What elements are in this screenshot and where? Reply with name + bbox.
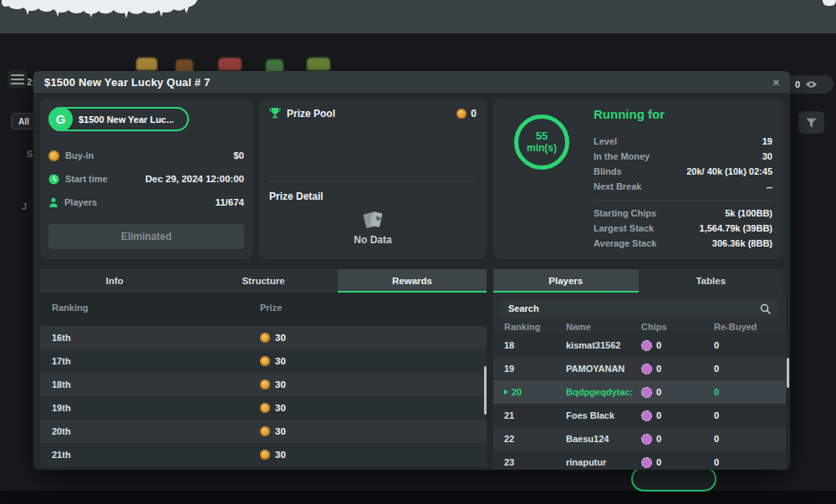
- tab-players[interactable]: Players: [493, 269, 639, 293]
- filter-all-label: All: [18, 117, 29, 126]
- timer-unit: min(s): [527, 143, 557, 155]
- eliminated-label: Eliminated: [121, 231, 172, 242]
- running-for-title: Running for: [594, 107, 665, 121]
- prize-value: 30: [275, 333, 286, 343]
- rebuyed-cell: 0: [714, 410, 786, 420]
- eliminated-button[interactable]: Eliminated: [48, 224, 244, 249]
- ranking-cell: 18th: [40, 379, 260, 389]
- background-tab-icon: [176, 59, 193, 72]
- table-row[interactable]: 16th 30: [40, 326, 487, 349]
- players-row: Players 11/674: [48, 191, 244, 214]
- search-box[interactable]: [502, 299, 777, 318]
- coin-icon: [260, 356, 270, 366]
- right-tab-group: Players Tables: [493, 269, 783, 293]
- level-value: 19: [762, 136, 772, 146]
- promo-banner[interactable]: [0, 0, 836, 33]
- table-row[interactable]: 19 PAMOYANAN 0 0: [493, 357, 786, 380]
- summary-cards: G $1500 New Year Luc... Buy-in $0: [40, 99, 783, 259]
- players-scrollbar[interactable]: [787, 358, 789, 388]
- ranking-cell: 20th: [40, 426, 260, 436]
- chip-icon: [641, 434, 652, 445]
- start-time-value: Dec 29, 2024 12:00:00: [145, 174, 244, 184]
- ranking-cell: 19: [493, 364, 566, 374]
- level-label: Level: [594, 136, 617, 146]
- eye-icon[interactable]: [805, 80, 818, 89]
- chip-icon: [641, 340, 652, 351]
- menu-button[interactable]: [8, 70, 28, 88]
- close-icon[interactable]: ×: [772, 77, 779, 88]
- table-row[interactable]: 21th 30: [40, 443, 487, 466]
- starting-chips-label: Starting Chips: [594, 208, 656, 218]
- table-row[interactable]: 18th 30: [40, 373, 487, 396]
- itm-label: In the Money: [594, 151, 650, 161]
- tab-structure[interactable]: Structure: [189, 269, 338, 293]
- tab-rewards[interactable]: Rewards: [338, 269, 487, 293]
- app-root: 12:55 PM 27 Bqdpgeqdytac2024 0 All S J: [0, 0, 836, 504]
- chips-cell: 0: [641, 457, 714, 468]
- blinds-value: 20k/ 40k (10k) 02:45: [686, 166, 772, 176]
- search-input[interactable]: [508, 303, 760, 313]
- next-break-label: Next Break: [594, 181, 641, 191]
- rewards-scrollbar[interactable]: [484, 366, 487, 415]
- prize-value: 30: [275, 450, 286, 460]
- itm-value: 30: [762, 151, 772, 161]
- chip-icon: [641, 387, 652, 398]
- table-row[interactable]: 21 Foes Black 0 0: [493, 404, 786, 427]
- table-row[interactable]: 22 Baesu124 0 0: [493, 427, 786, 451]
- prize-pool-title: Prize Pool: [287, 108, 335, 120]
- prize-value: 30: [275, 379, 286, 389]
- snow-decoration-icon: [2, 0, 199, 18]
- chips-cell: 0: [641, 410, 714, 421]
- running-status-card: 55 min(s) Running for Level 19 In the Mo…: [493, 99, 783, 259]
- club-logo-icon: G: [48, 107, 73, 131]
- ranking-cell: 16th: [40, 333, 260, 343]
- start-time-row: Start time Dec 29, 2024 12:00:00: [48, 167, 244, 191]
- name-cell: rinaputur: [566, 457, 641, 467]
- name-cell: Bqdpgeqdytac:: [566, 387, 641, 397]
- background-register-button[interactable]: [631, 466, 716, 491]
- tournament-info-rows: Buy-in $0 Start time Dec 29, 2024 12:00:…: [48, 144, 244, 214]
- timer-value: 55: [527, 130, 557, 143]
- prize-cell: 30: [260, 450, 286, 460]
- search-icon[interactable]: [760, 303, 771, 314]
- tournament-modal: $1500 New Year Lucky Qual # 7 × G $1500 …: [33, 71, 790, 470]
- coin-icon: [260, 379, 270, 389]
- trophy-icon: [269, 107, 281, 120]
- buyin-row: Buy-in $0: [48, 144, 244, 167]
- players-label: Players: [64, 197, 97, 207]
- table-row[interactable]: 20th 30: [40, 420, 487, 443]
- chips-cell: 0: [641, 387, 714, 398]
- tab-tables[interactable]: Tables: [639, 269, 784, 293]
- name-cell: PAMOYANAN: [566, 364, 641, 374]
- filter-button[interactable]: [798, 111, 824, 134]
- rewards-table-header: Ranking Prize: [40, 299, 487, 316]
- ranking-cell: 17th: [40, 356, 260, 366]
- ranking-cell: 22: [493, 434, 566, 444]
- prize-pool-value: 0: [471, 108, 477, 120]
- col-ranking: Ranking: [40, 303, 260, 313]
- table-row[interactable]: 23 rinaputur 0 0: [493, 451, 786, 470]
- ranking-cell: 23: [493, 457, 566, 467]
- status-rows: Level 19 In the Money 30 Blinds 20k/ 40k…: [594, 134, 772, 251]
- players-table-header: Ranking Name Chips Re-Buyed: [493, 320, 786, 333]
- coin-icon: [260, 403, 270, 413]
- chip-icon: [641, 457, 652, 468]
- ranking-cell: 21th: [40, 450, 260, 460]
- chip-icon: [641, 364, 652, 374]
- table-row[interactable]: 19th 30: [40, 396, 487, 420]
- rebuyed-cell: 0: [714, 457, 786, 467]
- largest-stack-label: Largest Stack: [594, 223, 654, 233]
- ranking-cell: 21: [493, 410, 566, 420]
- current-player-arrow-icon: [504, 389, 508, 395]
- table-row-current-player[interactable]: 20 Bqdpgeqdytac: 0 0: [493, 380, 786, 404]
- player-icon: [48, 197, 59, 208]
- table-row[interactable]: 18 kismat31562 0 0: [493, 333, 786, 357]
- tab-info[interactable]: Info: [40, 269, 189, 293]
- prize-detail-title: Prize Detail: [269, 191, 324, 202]
- rebuyed-cell: 0: [714, 434, 786, 444]
- prize-cell: 30: [260, 426, 286, 436]
- empty-cards-icon: [361, 209, 385, 231]
- tournament-name-pill[interactable]: G $1500 New Year Luc...: [48, 107, 189, 131]
- col-chips: Chips: [641, 322, 714, 332]
- table-row[interactable]: 17th 30: [40, 349, 487, 373]
